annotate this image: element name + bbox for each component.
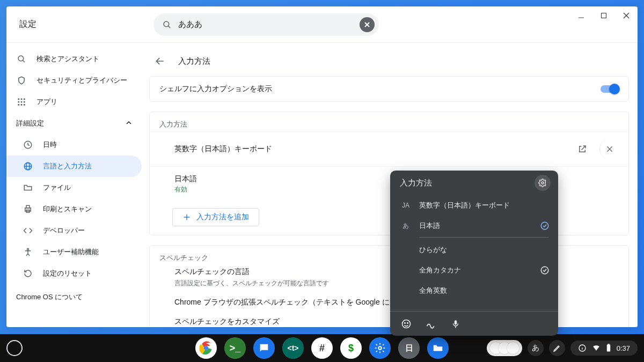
clear-search-button[interactable] — [360, 17, 375, 32]
ime-label: 英数字（日本語）キーボード — [419, 201, 550, 210]
handwriting-button[interactable] — [425, 317, 437, 330]
voice-input-button[interactable] — [449, 317, 462, 330]
status-tray[interactable]: 0:37 — [570, 341, 638, 356]
ime-popup-title: 入力方法 — [400, 178, 432, 188]
info-icon — [578, 344, 587, 352]
sidebar-item-label: セキュリティとプライバシー — [36, 76, 127, 85]
app-green[interactable]: $ — [340, 337, 362, 359]
ime-mode-label: 全角英数 — [419, 286, 550, 295]
window-controls — [570, 6, 638, 25]
svg-point-32 — [541, 182, 544, 184]
shelf-apps: >_ <t> # $ 日 — [195, 337, 449, 359]
ime-popup-footer — [390, 311, 558, 336]
sidebar-item-label: ユーザー補助機能 — [43, 247, 99, 257]
ime-mode-item[interactable]: 全角英数 — [390, 280, 558, 301]
shelf-option-row[interactable]: シェルフに入力オプションを表示 — [150, 77, 628, 101]
back-button[interactable] — [150, 51, 170, 71]
app-chrome[interactable] — [195, 337, 217, 359]
add-input-method-button[interactable]: 入力方法を追加 — [172, 208, 259, 226]
search-input[interactable] — [172, 20, 360, 29]
app-text[interactable]: <t> — [282, 337, 304, 359]
ime-lead: JA — [400, 202, 412, 209]
sidebar-item-reset[interactable]: 設定のリセット — [6, 263, 142, 284]
check-icon — [540, 265, 550, 275]
app-calendar[interactable]: 日 — [398, 337, 420, 359]
add-input-method-label: 入力方法を追加 — [196, 212, 249, 222]
sidebar-item-label: 日時 — [43, 140, 57, 150]
svg-rect-24 — [26, 205, 30, 208]
svg-point-4 — [164, 21, 169, 27]
ime-row[interactable]: 英数字（日本語）キーボード — [150, 131, 628, 166]
shelf-status-area: あ 0:37 — [487, 340, 638, 356]
sidebar-item-label: Chrome OS について — [16, 292, 83, 302]
ime-popup-item[interactable]: JA 英数字（日本語）キーボード — [390, 195, 558, 216]
ime-indicator[interactable]: あ — [528, 340, 544, 356]
apps-icon — [16, 97, 27, 107]
sidebar-item-files[interactable]: ファイル — [6, 177, 142, 198]
svg-point-10 — [18, 98, 19, 100]
reset-icon — [23, 268, 33, 279]
chrome-icon — [199, 341, 214, 356]
folder-icon — [23, 182, 33, 193]
stylus-button[interactable] — [549, 340, 565, 356]
subheader: 入力方法 — [146, 49, 632, 73]
svg-point-15 — [24, 101, 25, 103]
minimize-button[interactable] — [570, 6, 592, 25]
search-box[interactable] — [153, 13, 379, 36]
gear-icon — [538, 179, 547, 187]
sidebar-item-accessibility[interactable]: ユーザー補助機能 — [6, 241, 142, 263]
close-button[interactable] — [615, 6, 638, 25]
chat-icon — [258, 342, 270, 354]
launcher-button[interactable] — [6, 340, 23, 356]
sidebar: 検索とアシスタント セキュリティとプライバシー アプリ 詳細設定 日時 言語と入… — [6, 43, 146, 327]
app-messages[interactable] — [253, 337, 275, 359]
svg-point-11 — [21, 98, 23, 100]
svg-point-17 — [21, 104, 23, 106]
globe-icon — [23, 161, 33, 172]
emoji-button[interactable] — [400, 317, 413, 330]
wifi-icon — [592, 344, 601, 352]
svg-point-14 — [21, 101, 23, 103]
maximize-button[interactable] — [592, 6, 615, 25]
ime-popup-header: 入力方法 — [390, 171, 558, 195]
user-switcher[interactable] — [487, 340, 522, 356]
sidebar-item-about[interactable]: Chrome OS について — [6, 286, 142, 308]
ime-mode-item[interactable]: ひらがな — [390, 240, 558, 260]
sidebar-item-security[interactable]: セキュリティとプライバシー — [6, 70, 142, 91]
ime-settings-button[interactable] — [535, 175, 551, 191]
sidebar-advanced-label: 詳細設定 — [16, 119, 44, 128]
handwriting-icon — [425, 319, 437, 329]
svg-point-13 — [18, 101, 19, 103]
pen-icon — [553, 344, 561, 352]
sidebar-item-print-scan[interactable]: 印刷とスキャン — [6, 198, 142, 220]
sidebar-item-developers[interactable]: デベロッパー — [6, 220, 142, 241]
sidebar-item-datetime[interactable]: 日時 — [6, 134, 142, 156]
ime-popup-item[interactable]: あ 日本語 — [390, 216, 558, 236]
ime-popup-list: JA 英数字（日本語）キーボード あ 日本語 ひらがな 全角カタカナ 全角英数 — [390, 195, 558, 311]
app-files[interactable] — [427, 337, 449, 359]
shelf: >_ <t> # $ 日 あ 0:37 — [0, 334, 644, 362]
sidebar-item-label: 印刷とスキャン — [43, 204, 92, 214]
shelf-option-label: シェルフに入力オプションを表示 — [159, 84, 601, 94]
microphone-icon — [451, 319, 460, 329]
app-terminal[interactable]: >_ — [224, 337, 246, 359]
sidebar-item-label: ファイル — [43, 183, 71, 193]
sidebar-item-search-assistant[interactable]: 検索とアシスタント — [6, 48, 142, 70]
ime-mode-item[interactable]: 全角カタカナ — [390, 260, 558, 280]
ime-mode-label: ひらがな — [419, 245, 550, 255]
sidebar-item-apps[interactable]: アプリ — [6, 91, 142, 113]
remove-ime-button[interactable] — [599, 139, 619, 159]
svg-point-8 — [18, 56, 24, 61]
sidebar-item-language-input[interactable]: 言語と入力方法 — [6, 156, 142, 177]
app-settings[interactable] — [369, 337, 391, 359]
app-notes[interactable]: # — [311, 337, 333, 359]
sidebar-advanced-toggle[interactable]: 詳細設定 — [6, 113, 142, 134]
svg-point-12 — [24, 98, 25, 100]
check-icon — [540, 221, 550, 231]
svg-point-36 — [405, 322, 406, 323]
search-icon — [162, 20, 172, 29]
open-in-new-button[interactable] — [573, 139, 592, 159]
shelf-option-toggle[interactable] — [601, 85, 619, 93]
popup-separator — [419, 237, 548, 238]
clock: 0:37 — [617, 344, 630, 352]
